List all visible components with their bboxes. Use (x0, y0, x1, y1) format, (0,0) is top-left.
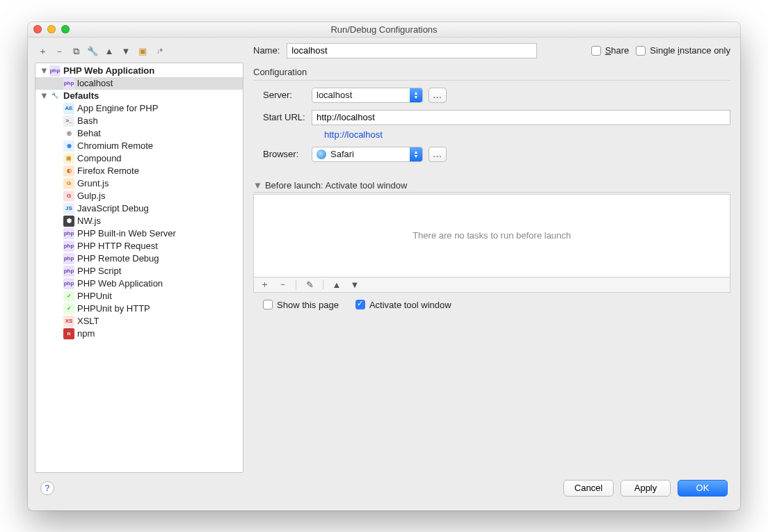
tree-item-label: PHP HTTP Request (77, 241, 158, 251)
tree-item-label: PHP Script (77, 266, 121, 276)
single-instance-label: Single instance only (650, 45, 730, 56)
tree-item[interactable]: nnpm (35, 328, 243, 340)
gulp-icon: G (63, 191, 74, 202)
edit-task-button[interactable]: ✎ (303, 278, 316, 291)
server-value: localhost (317, 90, 352, 100)
remove-config-button[interactable]: － (53, 45, 65, 58)
before-launch-tasks: There are no tasks to run before launch (253, 194, 730, 277)
titlebar: Run/Debug Configurations (28, 22, 740, 38)
tree-group-label: PHP Web Application (63, 65, 154, 76)
single-instance-checkbox[interactable] (636, 46, 646, 56)
share-label: Share (605, 45, 630, 56)
move-up-button[interactable]: ▲ (103, 45, 115, 58)
server-label: Server: (253, 90, 306, 100)
chevron-down-icon: ▼ (253, 180, 262, 191)
server-browse-button[interactable]: ... (429, 88, 447, 103)
browser-combobox[interactable]: Safari ▲▼ (312, 147, 423, 162)
chevron-updown-icon: ▲▼ (410, 88, 422, 102)
tree-group[interactable]: ▼🔧Defaults (35, 90, 243, 102)
php-web-icon: php (63, 278, 74, 289)
remove-task-button[interactable]: － (276, 278, 289, 291)
tree-item[interactable]: phplocalhost (35, 77, 243, 90)
php-remote-icon: php (63, 253, 74, 264)
tree-item[interactable]: ▣Compound (35, 152, 243, 165)
tree-item[interactable]: phpPHP Built-in Web Server (35, 227, 243, 240)
browser-label: Browser: (253, 149, 306, 159)
tree-item[interactable]: phpPHP Script (35, 265, 243, 277)
copy-config-button[interactable]: ⧉ (70, 45, 82, 58)
tree-item-label: Grunt.js (77, 178, 109, 188)
bash-icon: >_ (63, 115, 74, 127)
help-button[interactable]: ? (40, 481, 54, 495)
activate-tool-window-label: Activate tool window (369, 300, 451, 310)
tree-item-label: App Engine for PHP (77, 103, 158, 113)
tree-item[interactable]: JSJavaScript Debug (35, 202, 243, 215)
tree-item[interactable]: ✓PHPUnit (35, 290, 243, 303)
sidebar: ＋ － ⧉ 🔧 ▲ ▼ ▣ ↓ª ▼phpPHP Web Application… (35, 43, 243, 473)
task-down-button[interactable]: ▼ (349, 278, 361, 291)
tree-item[interactable]: ◐Firefox Remote (35, 165, 243, 177)
tree-item[interactable]: >_Bash (35, 115, 243, 127)
tree-item[interactable]: phpPHP HTTP Request (35, 240, 243, 252)
php-http-icon: php (63, 241, 74, 252)
npm-icon: n (63, 328, 74, 339)
cancel-button[interactable]: Cancel (563, 480, 614, 497)
firefox-icon: ◐ (63, 166, 74, 177)
starturl-input[interactable] (312, 110, 730, 125)
show-this-page-checkbox[interactable] (263, 300, 273, 309)
chevron-down-icon: ▼ (40, 90, 47, 101)
move-down-button[interactable]: ▼ (120, 45, 132, 58)
activate-tool-window-checkbox[interactable] (355, 300, 365, 309)
phpunit-icon: ✓ (63, 291, 74, 302)
php-web-icon: php (49, 65, 61, 76)
add-task-button[interactable]: ＋ (258, 278, 271, 291)
xslt-icon: XS (63, 316, 74, 327)
folder-button[interactable]: ▣ (136, 45, 149, 58)
browser-browse-button[interactable]: ... (429, 147, 447, 162)
tree-group[interactable]: ▼phpPHP Web Application (35, 65, 243, 77)
sidebar-toolbar: ＋ － ⧉ 🔧 ▲ ▼ ▣ ↓ª (35, 43, 243, 63)
tree-item-label: XSLT (77, 316, 99, 326)
tree-item[interactable]: phpPHP Remote Debug (35, 252, 243, 265)
sort-button[interactable]: ↓ª (153, 45, 166, 58)
browser-value: Safari (330, 149, 354, 159)
apply-button[interactable]: Apply (621, 480, 671, 497)
configuration-section-title: Configuration (253, 67, 730, 77)
main-panel: Name: Share Single instance only Configu… (248, 43, 733, 473)
tree-item[interactable]: ✓PHPUnit by HTTP (35, 303, 243, 315)
tree-item[interactable]: ◉Chromium Remote (35, 140, 243, 152)
chromium-icon: ◉ (63, 140, 74, 152)
tree-item[interactable]: AEApp Engine for PHP (35, 102, 243, 115)
tree-item-label: Bash (77, 115, 98, 126)
tree-item[interactable]: ⬢NW.js (35, 215, 243, 227)
task-up-button[interactable]: ▲ (330, 278, 343, 291)
dialog-footer: ? Cancel Apply OK (35, 473, 733, 503)
name-input[interactable] (287, 43, 537, 58)
before-launch-header[interactable]: ▼ Before launch: Activate tool window (253, 180, 730, 191)
edit-defaults-button[interactable]: 🔧 (86, 45, 99, 58)
wrench-icon: 🔧 (49, 90, 61, 102)
grunt-icon: G (63, 178, 74, 189)
tree-item[interactable]: ◎Behat (35, 127, 243, 140)
server-combobox[interactable]: localhost ▲▼ (312, 88, 423, 103)
chevron-down-icon: ▼ (40, 65, 47, 76)
before-launch-empty-text: There are no tasks to run before launch (413, 230, 571, 241)
tree-item[interactable]: GGulp.js (35, 190, 243, 202)
tree-item[interactable]: XSXSLT (35, 315, 243, 328)
window-title: Run/Debug Configurations (28, 24, 740, 35)
tree-item-label: Compound (77, 153, 122, 163)
appengine-icon: AE (63, 103, 74, 114)
url-preview-link[interactable]: http://localhost (253, 129, 730, 140)
nwjs-icon: ⬢ (63, 216, 74, 227)
tree-item[interactable]: GGrunt.js (35, 177, 243, 190)
tree-item[interactable]: phpPHP Web Application (35, 277, 243, 290)
tree-item-label: Firefox Remote (77, 166, 139, 176)
tree-item-label: Chromium Remote (77, 140, 153, 151)
share-checkbox[interactable] (591, 46, 601, 56)
ok-button[interactable]: OK (678, 480, 728, 497)
chevron-updown-icon: ▲▼ (410, 147, 422, 161)
add-config-button[interactable]: ＋ (36, 45, 49, 58)
tree-item-label: PHP Remote Debug (77, 253, 159, 264)
config-tree[interactable]: ▼phpPHP Web Applicationphplocalhost▼🔧Def… (35, 63, 243, 473)
tree-group-label: Defaults (63, 90, 99, 101)
